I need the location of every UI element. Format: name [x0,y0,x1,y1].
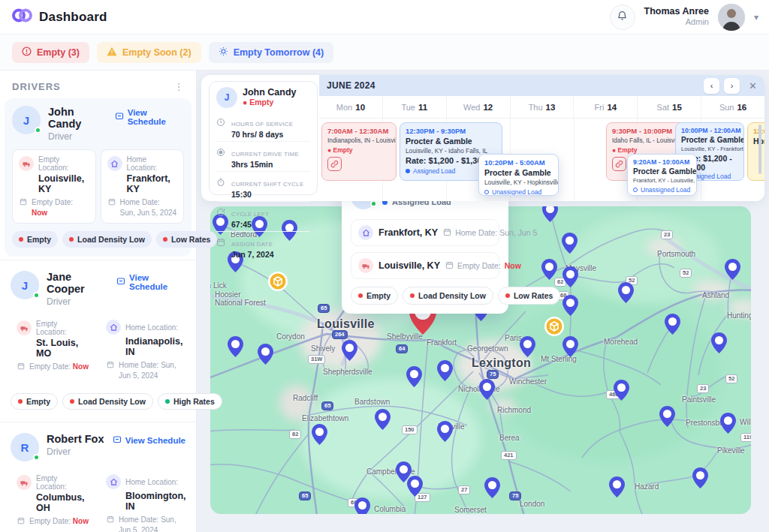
day-header[interactable]: Wed12 [446,96,510,118]
load-marker-icon[interactable] [544,316,565,340]
day-header[interactable]: Sun16 [701,96,764,118]
driver-card-john-candy[interactable]: J John Candy Driver View Schedule Empty … [5,98,191,257]
map-pin[interactable] [437,421,453,445]
map-pin[interactable] [228,336,243,360]
load-marker-icon[interactable] [267,271,288,295]
map-city-label: Morehead [604,338,638,346]
online-status-dot [370,200,377,207]
map-pin[interactable] [542,206,558,225]
drivers-title: DRIVERS [12,81,61,92]
close-icon[interactable]: ✕ [749,80,757,92]
filter-empty-soon[interactable]: Empty Soon (2) [97,42,201,63]
day-header[interactable]: Sat15 [637,96,701,118]
home-icon [358,225,373,240]
driver-name: John Candy [48,106,107,130]
top-bar: Dashboard Thomas Anree Admin ▾ [0,0,769,35]
status-badge: Empty [12,231,58,248]
kebab-menu-icon[interactable]: ⋮ [173,85,184,89]
map-city-label: French Lick [210,281,227,290]
calendar-event-unassigned[interactable]: 9:20AM - 10:00AM Procter & Gamble Frankf… [627,154,697,196]
day-header[interactable]: Tue11 [382,96,446,118]
refresh-icon [216,206,226,229]
map-city-label: Hazard [635,482,659,491]
map-pin[interactable] [720,413,736,437]
driver-name: Jane Cooper [47,271,109,295]
map-pin[interactable] [342,340,357,364]
truck-icon [19,156,34,171]
day-header[interactable]: Thu13 [510,96,574,118]
map-city-label: Ashland [702,291,729,299]
map-pin[interactable] [609,476,625,500]
map-city-label: Richmond [497,406,531,414]
map-city-label: London [520,500,544,508]
notifications-button[interactable] [610,5,635,30]
map-pin[interactable] [692,467,708,491]
day-header[interactable]: Mon10 [319,96,382,118]
map-pin[interactable] [258,344,273,368]
calendar-icon [17,362,25,373]
view-schedule-link[interactable]: View Schedule [113,435,185,446]
calendar-event-home[interactable]: 12:00AM - 12:00AM Home [747,122,764,181]
day-header[interactable]: Fri14 [573,96,637,118]
driver-avatar: J [216,87,237,108]
map-city-label: Corydon [276,332,305,341]
map-pin[interactable] [375,409,391,433]
next-week-button[interactable]: › [724,78,740,94]
driver-card-jane-cooper[interactable]: J Jane Cooper Driver View Schedule Empty… [0,263,196,419]
driver-status: ● Empty [243,98,297,107]
driver-map-popup[interactable]: Assigned Load Frankfort, KY Home Date: S… [342,185,508,314]
calendar-scrollbar[interactable] [758,125,761,174]
avatar[interactable] [718,4,745,31]
map-pin[interactable] [520,336,535,360]
driver-card-robert-fox[interactable]: R Robert Fox Driver View Schedule Empty … [0,425,196,532]
map-city-label: Paintsville [682,395,716,404]
online-status-dot [33,292,40,299]
map-pin[interactable] [725,259,740,283]
map-pin[interactable] [562,295,578,319]
filter-empty[interactable]: Empty (3) [12,42,89,63]
calendar-month-title: JUNE 2024 [327,80,375,91]
chevron-down-icon[interactable]: ▾ [754,12,758,23]
view-schedule-link[interactable]: View Schedule [116,273,185,291]
road-shield: 65 [299,491,311,500]
view-schedule-link[interactable]: View Schedule [115,108,184,126]
map-pin[interactable] [614,380,629,404]
calendar-event-empty[interactable]: 7:00AM - 12:30AM Indianapolis, IN - Loui… [321,122,397,181]
road-shield: 64 [396,344,408,353]
calendar-icon [107,515,114,526]
road-shield: 421 [501,451,517,460]
map-pin[interactable] [354,497,370,514]
drivers-sidebar: DRIVERS ⋮ J John Candy Driver View Sched… [0,71,197,532]
empty-location-box: Empty Location: Louisville, KY Empty Dat… [12,149,96,224]
prev-week-button[interactable]: ‹ [704,78,719,94]
map-pin[interactable] [541,259,557,283]
status-badge: Empty [351,287,398,305]
link-icon[interactable] [612,157,626,171]
map-pin[interactable] [659,406,675,430]
map-pin[interactable] [312,424,327,448]
map-city-label: Radcliff [293,394,318,402]
map-pin[interactable] [711,332,727,356]
road-shield: 264 [332,330,348,339]
map-pin[interactable] [618,282,634,306]
map-pin[interactable] [484,477,500,501]
map-pin[interactable] [437,360,453,384]
home-location-row: Frankfort, KY Home Date: Sun, Jun 5 [351,219,499,246]
calendar-icon [107,361,114,371]
map-pin[interactable] [407,476,423,500]
status-badge: Low Rates [156,231,218,248]
link-icon[interactable] [327,157,342,171]
map-pin[interactable] [562,266,578,290]
filter-empty-tomorrow[interactable]: Empty Tomorrow (4) [209,42,334,63]
calendar-event-unassigned[interactable]: 10:20PM - 5:00AM Procter & Gamble Louisv… [478,154,559,196]
map-city-label: Louisville [317,317,375,331]
road-shield: 62 [289,430,301,439]
map-pin[interactable] [406,366,422,390]
status-badge: Load Density Low [62,231,152,248]
map-pin[interactable] [665,314,680,338]
map-pin[interactable] [479,379,495,403]
map-pin[interactable] [562,233,578,257]
map-pin[interactable] [562,336,578,360]
road-shield: 119 [740,433,751,442]
driver-avatar: J [12,106,41,134]
